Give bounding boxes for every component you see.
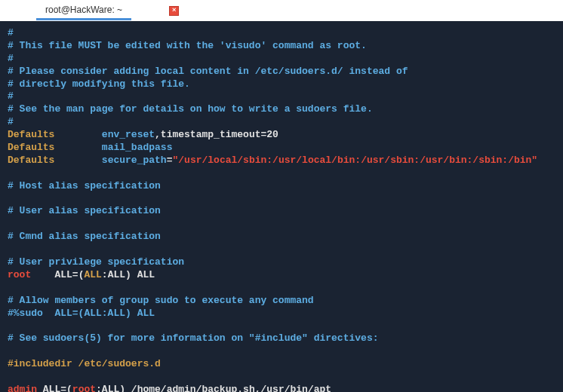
comment-line: # User privilege specification <box>8 256 555 269</box>
comment-line: #%sudo ALL=(ALL:ALL) ALL <box>8 308 555 320</box>
comment-line: # <box>8 53 555 66</box>
comment-line: # Cmnd alias specification <box>8 231 555 243</box>
blank-line <box>8 218 555 231</box>
comment-line: # See sudoers(5) for more information on… <box>8 332 555 345</box>
blank-line <box>8 371 555 384</box>
comment-line: # See the man page for details on how to… <box>8 103 555 116</box>
comment-line: # Please consider adding local content i… <box>8 66 555 78</box>
admin-privilege-line: admin ALL=(root:ALL) /home/admin/backup.… <box>8 384 555 392</box>
close-button[interactable]: × <box>169 6 179 16</box>
terminal-content[interactable]: # # This file MUST be edited with the 'v… <box>0 21 563 392</box>
blank-line <box>8 167 555 180</box>
comment-line: # This file MUST be edited with the 'vis… <box>8 40 555 53</box>
comment-line: # <box>8 27 555 40</box>
titlebar: root@HackWare: ~ × <box>0 0 563 21</box>
root-privilege-line: root ALL=(ALL:ALL) ALL <box>8 269 555 282</box>
comment-line: # <box>8 116 555 129</box>
blank-line <box>8 345 555 358</box>
comment-line: # directly modifying this file. <box>8 78 555 91</box>
blank-line <box>8 243 555 256</box>
includedir-line: #includedir /etc/sudoers.d <box>8 358 555 371</box>
blank-line <box>8 320 555 332</box>
defaults-line: Defaults env_reset,timestamp_timeout=20 <box>8 129 555 142</box>
comment-line: # Host alias specification <box>8 180 555 193</box>
tab-title: root@HackWare: ~ <box>45 5 122 15</box>
comment-line: # <box>8 90 555 103</box>
terminal-tab[interactable]: root@HackWare: ~ <box>36 2 131 20</box>
close-icon: × <box>172 7 176 14</box>
defaults-line: Defaults secure_path="/usr/local/sbin:/u… <box>8 155 555 167</box>
comment-line: # Allow members of group sudo to execute… <box>8 295 555 308</box>
defaults-line: Defaults mail_badpass <box>8 142 555 155</box>
blank-line <box>8 193 555 206</box>
blank-line <box>8 282 555 295</box>
comment-line: # User alias specification <box>8 205 555 218</box>
